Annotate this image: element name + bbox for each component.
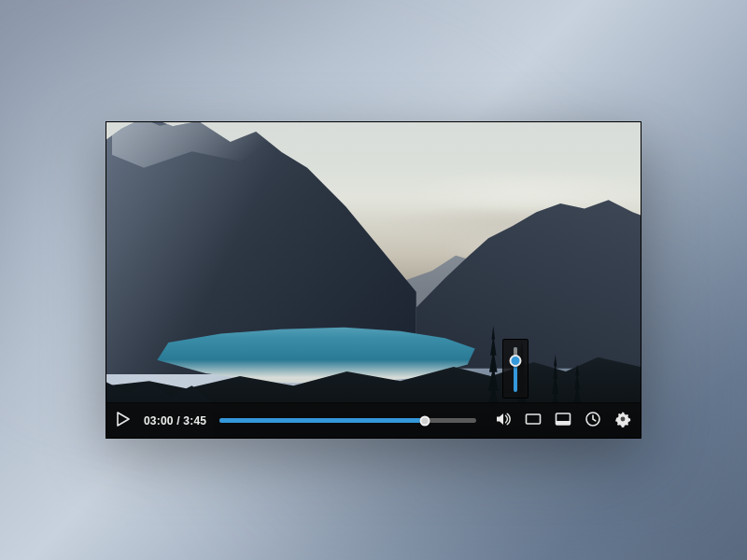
theater-mode-icon: [525, 411, 542, 431]
volume-button[interactable]: [495, 413, 512, 429]
theater-mode-button[interactable]: [525, 413, 542, 429]
progress-fill: [219, 418, 425, 423]
time-display: 03:00 / 3:45: [144, 414, 206, 427]
watch-later-button[interactable]: [585, 413, 601, 429]
video-frame[interactable]: [106, 122, 641, 438]
volume-thumb[interactable]: [510, 355, 522, 367]
current-time: 03:00: [144, 414, 174, 427]
volume-track[interactable]: [514, 347, 517, 392]
svg-rect-0: [527, 414, 541, 424]
video-player: 03:00 / 3:45: [106, 121, 641, 439]
time-sep: /: [174, 414, 184, 427]
gear-icon: [614, 411, 631, 431]
fullscreen-button[interactable]: [555, 413, 571, 429]
settings-button[interactable]: [614, 413, 631, 429]
volume-icon: [495, 411, 512, 431]
fullscreen-icon: [555, 411, 571, 431]
right-controls: [495, 413, 631, 429]
svg-point-4: [621, 416, 626, 421]
volume-slider-popup[interactable]: [502, 339, 529, 399]
progress-thumb[interactable]: [420, 415, 430, 426]
clock-icon: [585, 411, 601, 431]
play-icon: [117, 412, 130, 430]
duration: 3:45: [183, 414, 206, 427]
progress-bar[interactable]: [219, 418, 476, 423]
svg-rect-2: [557, 421, 571, 425]
play-button[interactable]: [112, 410, 134, 432]
control-bar: 03:00 / 3:45: [106, 402, 641, 438]
